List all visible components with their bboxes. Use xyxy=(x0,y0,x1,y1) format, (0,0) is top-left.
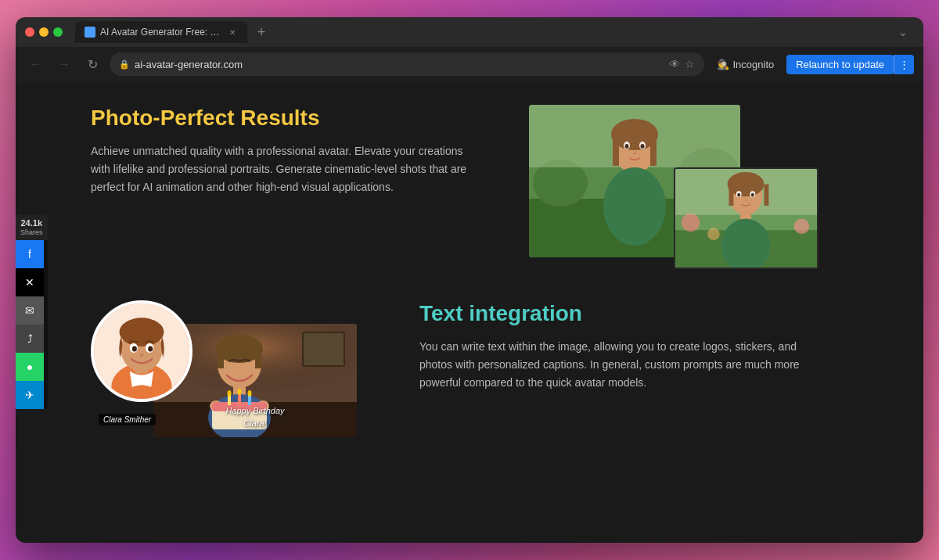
navigation-bar: ← → ↻ 🔒 ai-avatar-generator.com 👁 ☆ 🕵 In… xyxy=(16,47,923,81)
whatsapp-icon: ● xyxy=(27,361,33,373)
maximize-button[interactable] xyxy=(53,27,63,37)
minimize-button[interactable] xyxy=(39,27,49,37)
text-integration-text: Text integration You can write text with… xyxy=(419,300,811,392)
svg-point-21 xyxy=(707,228,720,240)
url-display: ai-avatar-generator.com xyxy=(135,59,664,70)
relaunch-label: Relaunch to update xyxy=(796,59,884,70)
share-count-label: Shares xyxy=(20,228,43,237)
svg-rect-51 xyxy=(218,349,224,368)
address-bar[interactable]: 🔒 ai-avatar-generator.com 👁 ☆ xyxy=(110,52,704,76)
text-integration-title: Text integration xyxy=(419,300,811,327)
new-tab-button[interactable]: + xyxy=(250,21,272,43)
avatar-sticker xyxy=(91,300,192,402)
tab-close-button[interactable]: ✕ xyxy=(227,27,238,38)
email-share-button[interactable]: ✉ xyxy=(16,296,44,325)
social-sidebar: 24.1k Shares f ✕ ✉ ⤴ ● ✈ xyxy=(16,215,48,409)
svg-point-43 xyxy=(139,354,143,357)
traffic-lights xyxy=(25,27,63,37)
svg-rect-8 xyxy=(613,135,619,166)
share-count: 24.1k Shares xyxy=(16,215,48,240)
svg-point-15 xyxy=(641,144,645,149)
facebook-icon: f xyxy=(28,248,31,260)
svg-point-19 xyxy=(682,214,700,232)
twitter-share-button[interactable]: ✕ xyxy=(16,268,44,296)
svg-point-16 xyxy=(633,153,636,155)
relaunch-more-button[interactable]: ⋮ xyxy=(894,55,914,74)
svg-point-14 xyxy=(625,144,629,149)
svg-rect-48 xyxy=(304,333,344,365)
main-content-area: Photo-Perfect Results Achieve unmatched … xyxy=(44,81,923,543)
bookmark-icon[interactable]: ☆ xyxy=(685,58,695,70)
photo-perfect-images xyxy=(529,105,818,269)
avatar-name-tag: Clara Smither xyxy=(99,414,156,425)
birthday-caption: Happy BirthdayClara! xyxy=(225,405,284,429)
portrait-svg-2 xyxy=(675,169,817,268)
refresh-button[interactable]: ↻ xyxy=(81,53,103,75)
svg-point-32 xyxy=(751,193,754,197)
photo-perfect-description: Achieve unmatched quality with a profess… xyxy=(91,142,482,196)
title-bar: AI Avatar Generator Free: Cre... ✕ + ⌄ xyxy=(16,17,923,47)
svg-point-62 xyxy=(228,390,232,397)
relaunch-button[interactable]: Relaunch to update xyxy=(786,55,894,74)
birthday-text: Happy BirthdayClara! xyxy=(225,405,284,429)
tab-favicon xyxy=(85,27,95,38)
photo-perfect-section: Photo-Perfect Results Achieve unmatched … xyxy=(91,105,876,269)
svg-point-41 xyxy=(132,346,137,351)
svg-rect-9 xyxy=(650,135,657,166)
svg-point-64 xyxy=(248,390,252,397)
twitter-icon: ✕ xyxy=(25,276,34,289)
incognito-label: Incognito xyxy=(732,59,774,70)
tab-title: AI Avatar Generator Free: Cre... xyxy=(100,27,222,38)
telegram-share-button[interactable]: ✈ xyxy=(16,381,44,409)
text-integration-images: Clara Smither xyxy=(91,300,372,441)
relaunch-container: Relaunch to update ⋮ xyxy=(786,55,914,74)
photo-perfect-text: Photo-Perfect Results Achieve unmatched … xyxy=(91,105,482,196)
svg-point-11 xyxy=(603,167,666,246)
text-integration-description: You can write text within the image, all… xyxy=(419,338,811,392)
svg-point-38 xyxy=(120,318,164,346)
page-content: 24.1k Shares f ✕ ✉ ⤴ ● ✈ xyxy=(16,81,923,543)
share-count-number: 24.1k xyxy=(20,218,43,228)
svg-rect-52 xyxy=(255,349,261,368)
back-button[interactable]: ← xyxy=(25,53,47,75)
photo-perfect-title: Photo-Perfect Results xyxy=(91,105,482,131)
tabs-dropdown-button[interactable]: ⌄ xyxy=(892,21,914,43)
tab-bar: AI Avatar Generator Free: Cre... ✕ + ⌄ xyxy=(75,21,914,43)
forward-button[interactable]: → xyxy=(53,53,75,75)
share-icon: ⤴ xyxy=(27,332,33,345)
generic-share-button[interactable]: ⤴ xyxy=(16,325,44,353)
svg-rect-26 xyxy=(764,185,768,206)
close-button[interactable] xyxy=(25,27,34,37)
telegram-icon: ✈ xyxy=(25,389,34,401)
incognito-icon: 🕵 xyxy=(717,59,729,70)
active-tab[interactable]: AI Avatar Generator Free: Cre... ✕ xyxy=(75,21,247,43)
eye-slash-icon[interactable]: 👁 xyxy=(669,58,680,70)
whatsapp-share-button[interactable]: ● xyxy=(16,353,44,381)
avatar-cartoon-svg xyxy=(94,303,189,399)
svg-point-63 xyxy=(238,389,242,395)
svg-point-33 xyxy=(745,199,747,201)
svg-point-31 xyxy=(737,193,740,197)
security-lock-icon: 🔒 xyxy=(119,59,130,70)
email-icon: ✉ xyxy=(25,304,34,317)
secondary-portrait-image xyxy=(674,167,818,269)
facebook-share-button[interactable]: f xyxy=(16,240,44,268)
incognito-button[interactable]: 🕵 Incognito xyxy=(711,56,780,74)
browser-window: AI Avatar Generator Free: Cre... ✕ + ⌄ ←… xyxy=(16,17,923,543)
text-integration-section: Clara Smither xyxy=(91,300,876,441)
svg-rect-25 xyxy=(729,185,733,206)
svg-point-42 xyxy=(148,346,153,351)
svg-point-20 xyxy=(794,219,810,235)
address-bar-icons: 👁 ☆ xyxy=(669,58,695,70)
